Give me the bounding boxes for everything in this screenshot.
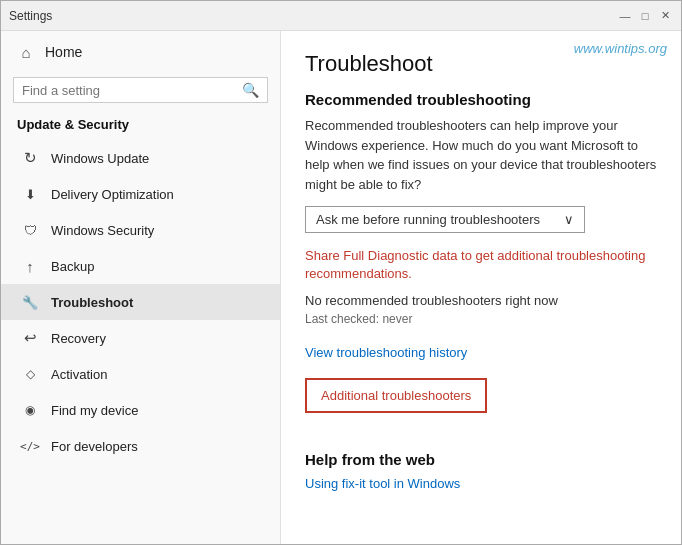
main-content: Troubleshoot Recommended troubleshooting… bbox=[281, 31, 681, 544]
page-title: Troubleshoot bbox=[305, 51, 657, 77]
titlebar-controls[interactable]: — □ ✕ bbox=[617, 8, 673, 24]
chevron-down-icon: ∨ bbox=[564, 212, 574, 227]
sidebar-item-windows-update[interactable]: ↻ Windows Update bbox=[1, 140, 280, 176]
troubleshoot-dropdown[interactable]: Ask me before running troubleshooters ∨ bbox=[305, 206, 585, 233]
sidebar-item-label: Activation bbox=[51, 367, 107, 382]
no-troubleshooters-text: No recommended troubleshooters right now bbox=[305, 293, 657, 308]
diagnostic-link[interactable]: Share Full Diagnostic data to get additi… bbox=[305, 247, 657, 283]
sidebar-item-label: Find my device bbox=[51, 403, 138, 418]
search-input[interactable] bbox=[22, 83, 236, 98]
sidebar-item-delivery-optimization[interactable]: ⬇ Delivery Optimization bbox=[1, 176, 280, 212]
maximize-button[interactable]: □ bbox=[637, 8, 653, 24]
sidebar-item-activation[interactable]: ◇ Activation bbox=[1, 356, 280, 392]
sidebar-search-box[interactable]: 🔍 bbox=[13, 77, 268, 103]
sidebar-item-troubleshoot[interactable]: 🔧 Troubleshoot bbox=[1, 284, 280, 320]
description-text: Recommended troubleshooters can help imp… bbox=[305, 116, 657, 194]
sidebar-item-label: Backup bbox=[51, 259, 94, 274]
sidebar-home-label: Home bbox=[45, 44, 82, 60]
sidebar-item-label: Windows Update bbox=[51, 151, 149, 166]
sidebar-item-backup[interactable]: ↑ Backup bbox=[1, 248, 280, 284]
for-developers-icon: </> bbox=[21, 437, 39, 455]
dropdown-value: Ask me before running troubleshooters bbox=[316, 212, 540, 227]
search-icon: 🔍 bbox=[242, 82, 259, 98]
help-link[interactable]: Using fix-it tool in Windows bbox=[305, 476, 657, 491]
close-button[interactable]: ✕ bbox=[657, 8, 673, 24]
sidebar-section-title: Update & Security bbox=[1, 111, 280, 140]
windows-update-icon: ↻ bbox=[21, 149, 39, 167]
find-my-device-icon: ◉ bbox=[21, 401, 39, 419]
help-title: Help from the web bbox=[305, 451, 657, 468]
view-history-link[interactable]: View troubleshooting history bbox=[305, 345, 467, 360]
sidebar-item-label: Recovery bbox=[51, 331, 106, 346]
sidebar-item-label: Delivery Optimization bbox=[51, 187, 174, 202]
sidebar-item-for-developers[interactable]: </> For developers bbox=[1, 428, 280, 464]
sidebar-item-find-my-device[interactable]: ◉ Find my device bbox=[1, 392, 280, 428]
windows-security-icon: 🛡 bbox=[21, 221, 39, 239]
troubleshoot-icon: 🔧 bbox=[21, 293, 39, 311]
sidebar-item-home[interactable]: ⌂ Home bbox=[1, 31, 280, 73]
sidebar-item-recovery[interactable]: ↩ Recovery bbox=[1, 320, 280, 356]
titlebar-left: Settings bbox=[9, 9, 52, 23]
sidebar-item-label: Windows Security bbox=[51, 223, 154, 238]
window-title: Settings bbox=[9, 9, 52, 23]
recovery-icon: ↩ bbox=[21, 329, 39, 347]
sidebar-item-label: For developers bbox=[51, 439, 138, 454]
delivery-optimization-icon: ⬇ bbox=[21, 185, 39, 203]
recommended-title: Recommended troubleshooting bbox=[305, 91, 657, 108]
last-checked-text: Last checked: never bbox=[305, 312, 657, 326]
backup-icon: ↑ bbox=[21, 257, 39, 275]
activation-icon: ◇ bbox=[21, 365, 39, 383]
sidebar-item-windows-security[interactable]: 🛡 Windows Security bbox=[1, 212, 280, 248]
home-icon: ⌂ bbox=[17, 43, 35, 61]
sidebar-item-label: Troubleshoot bbox=[51, 295, 133, 310]
additional-troubleshooters-button[interactable]: Additional troubleshooters bbox=[305, 378, 487, 413]
minimize-button[interactable]: — bbox=[617, 8, 633, 24]
sidebar: ⌂ Home 🔍 Update & Security ↻ Windows Upd… bbox=[1, 31, 281, 544]
